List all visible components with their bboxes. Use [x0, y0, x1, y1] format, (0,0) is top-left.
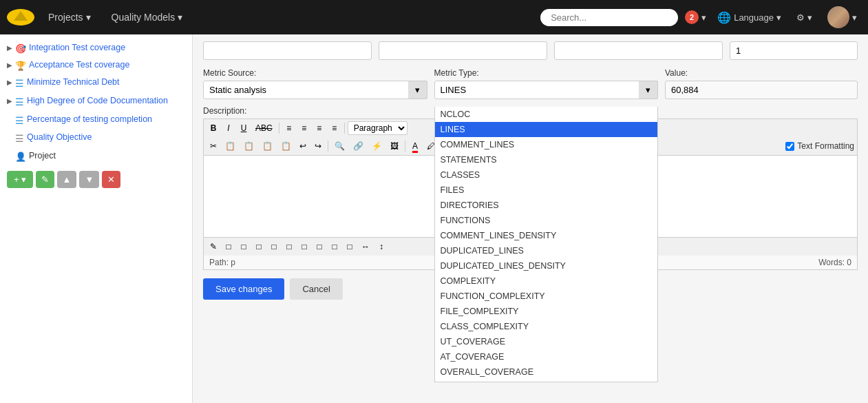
cancel-button[interactable]: Cancel	[290, 278, 342, 300]
delete-icon: ✕	[107, 174, 115, 185]
top-input-4[interactable]	[730, 41, 858, 60]
add-icon: +	[14, 174, 19, 185]
user-menu[interactable]: ▾	[823, 6, 861, 28]
sidebar-item-minimize-debt[interactable]: ▶ ☰ Minimize Technical Debt	[0, 74, 192, 93]
top-input-1[interactable]	[203, 41, 372, 60]
top-input-3[interactable]	[554, 41, 723, 60]
toolbar-divider-1	[279, 123, 279, 134]
delete-button[interactable]: ✕	[102, 171, 120, 188]
expand-icon: ▶	[7, 96, 12, 106]
align-left-button[interactable]: ≡	[282, 121, 296, 135]
special-btn-2[interactable]: □	[222, 240, 235, 254]
align-right-button[interactable]: ≡	[313, 121, 326, 135]
projects-menu[interactable]: Projects ▾	[41, 8, 98, 26]
dropdown-option-function-complexity[interactable]: FUNCTION_COMPLEXITY	[435, 289, 658, 304]
expand-icon: ▶	[7, 43, 12, 53]
link-button[interactable]: 🔗	[350, 139, 367, 153]
notification-chevron: ▾	[701, 12, 706, 23]
notification-group: 2 ▾	[685, 10, 706, 24]
dropdown-option-files[interactable]: FILES	[435, 183, 658, 198]
dropdown-option-class-complexity[interactable]: CLASS_COMPLEXITY	[435, 319, 658, 334]
quality-models-label: Quality Models	[112, 12, 176, 23]
special-btn-1[interactable]: ✎	[207, 240, 220, 254]
percentage-testing-icon: ☰	[15, 114, 24, 128]
paste-button[interactable]: 📋	[240, 139, 257, 153]
metric-source-select[interactable]: Static analysis	[203, 81, 427, 99]
metric-type-wrapper: LINES ▾	[434, 81, 659, 99]
italic-button[interactable]: I	[222, 121, 235, 135]
dropdown-option-comment-lines-density[interactable]: COMMENT_LINES_DENSITY	[435, 228, 658, 243]
dropdown-option-complexity[interactable]: COMPLEXITY	[435, 273, 658, 289]
language-chevron: ▾	[776, 12, 781, 23]
flash-button[interactable]: ⚡	[368, 139, 385, 153]
dropdown-option-at-coverage[interactable]: AT_COVERAGE	[435, 349, 658, 364]
dropdown-option-functions[interactable]: FUNCTIONS	[435, 213, 658, 228]
paste-text-button[interactable]: 📋	[259, 139, 276, 153]
image-button[interactable]: 🖼	[387, 139, 402, 153]
sidebar-item-high-degree[interactable]: ▶ ☰ High Degree of Code Documentation	[0, 93, 192, 112]
sidebar-item-acceptance-test[interactable]: ▶ 🏆 Acceptance Test coverage	[0, 57, 192, 74]
integration-test-icon: 🎯	[15, 43, 26, 55]
sidebar-item-quality-objective[interactable]: ▶ ☰ Quality Objective	[0, 130, 192, 148]
undo-button[interactable]: ↩	[296, 139, 310, 153]
dropdown-option-directories[interactable]: DIRECTORIES	[435, 198, 658, 213]
font-color-button[interactable]: A	[408, 139, 422, 153]
settings-menu[interactable]: ⚙ ▾	[792, 12, 816, 23]
add-button[interactable]: + ▾	[7, 171, 33, 188]
logo	[7, 7, 34, 28]
dropdown-option-classes[interactable]: CLASSES	[435, 167, 658, 183]
notification-badge[interactable]: 2	[685, 10, 699, 24]
sidebar-item-integration-test[interactable]: ▶ 🎯 Integration Test coverage	[0, 40, 192, 57]
minimize-debt-label: Minimize Technical Debt	[27, 76, 120, 89]
special-btn-6[interactable]: □	[282, 240, 296, 254]
special-btn-7[interactable]: □	[297, 240, 311, 254]
metric-source-wrapper: Static analysis ▾	[203, 81, 427, 99]
cut-button[interactable]: ✂	[207, 139, 220, 153]
dropdown-option-file-complexity[interactable]: FILE_COMPLEXITY	[435, 304, 658, 319]
dropdown-option-ut-coverage[interactable]: UT_COVERAGE	[435, 334, 658, 349]
special-btn-3[interactable]: □	[237, 240, 251, 254]
bold-button[interactable]: B	[207, 121, 220, 135]
special-btn-4[interactable]: □	[252, 240, 266, 254]
sidebar: ▶ 🎯 Integration Test coverage ▶ 🏆 Accept…	[0, 34, 193, 403]
words-label: Words: 0	[818, 258, 851, 267]
edit-button[interactable]: ✎	[36, 171, 54, 188]
special-btn-10[interactable]: □	[343, 240, 357, 254]
dropdown-option-lines[interactable]: LINES	[435, 122, 658, 137]
special-btn-5[interactable]: □	[267, 240, 281, 254]
paste-word-button[interactable]: 📋	[277, 139, 295, 153]
dropdown-option-duplicated-lines[interactable]: DUPLICATED_LINES	[435, 243, 658, 258]
redo-button[interactable]: ↪	[311, 139, 325, 153]
special-btn-12[interactable]: ↕	[374, 240, 388, 254]
high-degree-label: High Degree of Code Documentation	[27, 95, 168, 107]
dropdown-option-overall-coverage[interactable]: OVERALL_COVERAGE	[435, 364, 658, 380]
search-input[interactable]	[540, 9, 678, 26]
quality-models-menu[interactable]: Quality Models ▾	[105, 8, 190, 26]
underline-button[interactable]: U	[237, 121, 251, 135]
special-btn-9[interactable]: □	[328, 240, 341, 254]
expand-icon: ▶	[7, 61, 12, 70]
move-up-button[interactable]: ▲	[57, 171, 77, 188]
dropdown-option-ncloc[interactable]: NCLOC	[435, 107, 658, 122]
find-button[interactable]: 🔍	[331, 139, 348, 153]
move-down-button[interactable]: ▼	[79, 171, 99, 188]
metric-type-display[interactable]: LINES	[434, 81, 659, 99]
dropdown-option-package-tangles[interactable]: PACKAGE_TANGLES	[435, 380, 658, 382]
copy-button[interactable]: 📋	[222, 139, 239, 153]
save-button[interactable]: Save changes	[203, 278, 284, 300]
strikethrough-button[interactable]: ABC	[252, 121, 276, 135]
top-input-2[interactable]	[379, 41, 547, 60]
special-btn-11[interactable]: ↔	[358, 240, 373, 254]
sidebar-item-percentage-testing[interactable]: ▶ ☰ Percentage of testing completion	[0, 112, 192, 130]
dropdown-option-comment-lines[interactable]: COMMENT_LINES	[435, 137, 658, 152]
sidebar-item-project[interactable]: ▶ 👤 Project	[0, 148, 192, 165]
special-btn-8[interactable]: □	[313, 240, 326, 254]
align-center-button[interactable]: ≡	[297, 121, 311, 135]
value-input[interactable]	[665, 81, 858, 99]
language-menu[interactable]: 🌐 Language ▾	[713, 11, 785, 24]
paragraph-select[interactable]: Paragraph Heading 1 Heading 2	[348, 121, 407, 135]
text-formatting-checkbox[interactable]	[785, 142, 794, 151]
dropdown-option-statements[interactable]: STATEMENTS	[435, 152, 658, 167]
dropdown-option-duplicated-lines-density[interactable]: DUPLICATED_LINES_DENSITY	[435, 258, 658, 273]
align-justify-button[interactable]: ≡	[328, 121, 341, 135]
